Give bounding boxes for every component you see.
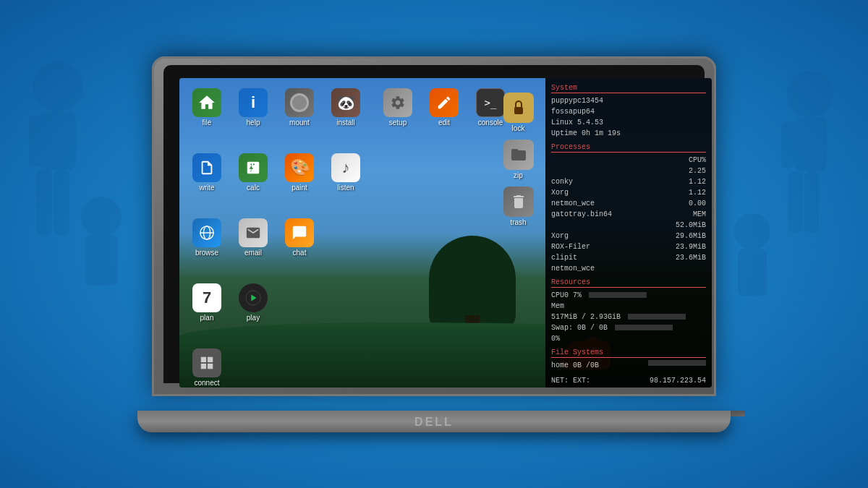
mem-value: 517MiB / 2.93GiB	[551, 313, 621, 321]
sysmon-ip-row: IP (eth0): 192.168.1.90	[551, 386, 706, 388]
svg-rect-7	[85, 235, 118, 286]
listen-label: listen	[337, 184, 354, 192]
system-monitor-panel: System puppypc13454 fossapup64 Linux 5.4…	[545, 78, 712, 388]
mount-label: mount	[289, 119, 310, 127]
edit-icon-img	[430, 88, 459, 117]
icon-browse[interactable]: browse	[185, 215, 229, 260]
install-label: install	[336, 119, 355, 127]
svg-rect-10	[781, 121, 794, 168]
sysmon-fs-title: File Systems	[551, 348, 706, 358]
install-icon-img: 🐼	[331, 88, 360, 117]
connect-label: connect	[194, 379, 219, 387]
sysmon-uptime: Uptime 0h 1m 19s	[551, 128, 706, 139]
sysmon-net-row: NET: EXT: 98.157.223.54	[551, 375, 706, 386]
svg-rect-12	[788, 171, 803, 233]
play-icon-img	[239, 283, 268, 312]
paint-label: paint	[292, 184, 307, 192]
proc-clipit-val: 23.6MiB	[676, 252, 706, 263]
icon-email[interactable]: email	[231, 215, 275, 260]
icon-write[interactable]: write	[185, 150, 229, 194]
sysmon-processes-title: Processes	[551, 143, 706, 153]
svg-point-0	[33, 61, 83, 112]
icon-listen[interactable]: ♪ listen	[324, 150, 367, 194]
icon-setup[interactable]: setup	[376, 85, 420, 129]
net-value: 98.157.223.54	[650, 375, 706, 386]
sysmon-proc-clipit: clipit 23.6MiB	[551, 252, 706, 263]
svg-rect-21	[201, 356, 206, 361]
sysmon-proc-xorg2: Xorg 29.6MiB	[551, 231, 706, 241]
icon-mount[interactable]: mount	[278, 85, 321, 129]
sysmon-hostname: puppypc13454	[551, 95, 706, 106]
sysmon-home-row: home 0B /0B	[551, 360, 706, 371]
svg-point-14	[734, 213, 770, 249]
edit-label: edit	[438, 119, 450, 127]
help-label: help	[247, 119, 260, 127]
proc-val-0: 2.25	[689, 166, 706, 176]
sysmon-kernel: Linux 5.4.53	[551, 117, 706, 128]
sysmon-system-title: System	[551, 84, 706, 93]
proc-netmon2-name: netmon_wce	[551, 263, 595, 274]
svg-rect-23	[201, 363, 206, 368]
screen-bezel: file i help mount	[163, 65, 705, 383]
proc-xorg1-name: Xorg	[551, 187, 569, 198]
swap-progress-bar	[615, 325, 673, 330]
chat-label: chat	[293, 249, 307, 257]
write-icon-img	[192, 153, 221, 182]
browse-label: browse	[195, 249, 218, 257]
cpu-progress-bar	[589, 292, 647, 298]
icon-calc[interactable]: calc	[231, 150, 275, 194]
mem-label: Mem	[551, 302, 564, 310]
zip-icon-img	[503, 140, 534, 170]
setup-icon-img	[383, 88, 412, 117]
plan-label: plan	[200, 314, 214, 322]
mount-icon-img	[285, 88, 314, 117]
laptop-lid: file i help mount	[152, 56, 716, 396]
proc-mem1-val: 52.0MiB	[676, 220, 706, 231]
sysmon-proc-mem1: 52.0MiB	[551, 220, 706, 231]
laptop-base: DELL	[137, 411, 731, 432]
icon-paint[interactable]: 🎨 paint	[278, 150, 321, 194]
sysmon-proc-conky: conky 1.12	[551, 176, 706, 187]
proc-clipit-name: clipit	[551, 252, 577, 263]
listen-icon-img: ♪	[331, 153, 360, 182]
icon-chat[interactable]: chat	[278, 215, 321, 260]
home-progress-bar	[648, 360, 706, 366]
icon-edit[interactable]: edit	[422, 85, 466, 129]
svg-rect-2	[29, 116, 43, 166]
svg-rect-25	[514, 107, 523, 114]
email-icon-img	[239, 218, 268, 247]
svg-rect-11	[812, 121, 825, 168]
lock-icon-img	[503, 93, 534, 123]
sysmon-proc-xorg1: Xorg 1.12	[551, 187, 706, 198]
proc-rox-name: ROX-Filer	[551, 241, 590, 252]
icon-file[interactable]: file	[185, 85, 229, 129]
icon-help[interactable]: i help	[231, 85, 275, 129]
play-label: play	[247, 314, 260, 322]
svg-point-6	[81, 197, 122, 237]
proc-netmon1-val: 0.00	[689, 198, 706, 209]
svg-rect-4	[36, 170, 52, 235]
icon-connect[interactable]: connect	[185, 346, 229, 388]
trash-icon-img	[503, 187, 534, 217]
swap-label: Swap: 0B / 0B	[551, 324, 608, 332]
connect-icon-img	[192, 348, 221, 377]
file-icon-img	[192, 88, 221, 117]
dock-trash[interactable]: trash	[503, 187, 534, 226]
zip-label: zip	[514, 171, 523, 179]
proc-conky-name: conky	[551, 176, 573, 187]
sysmon-cpu-header: CPU%	[551, 155, 706, 166]
laptop: file i help mount	[152, 56, 716, 432]
cpu-header-label: CPU%	[689, 155, 706, 166]
svg-point-8	[787, 71, 833, 117]
cpu-pct-label: CPU0 7%	[551, 291, 582, 299]
write-label: write	[199, 184, 214, 192]
dock-lock[interactable]: lock	[503, 93, 534, 132]
sysmon-proc-gato: gatotray.bin64 MEM	[551, 209, 706, 220]
help-icon-img: i	[239, 88, 268, 117]
icon-plan[interactable]: 7 plan	[185, 281, 229, 325]
ip-value: 192.168.1.90	[654, 386, 706, 388]
icon-install[interactable]: 🐼 install	[324, 85, 367, 129]
dock-zip[interactable]: zip	[503, 140, 534, 179]
sysmon-mem-row: Mem	[551, 301, 706, 312]
icon-play[interactable]: play	[231, 281, 275, 325]
